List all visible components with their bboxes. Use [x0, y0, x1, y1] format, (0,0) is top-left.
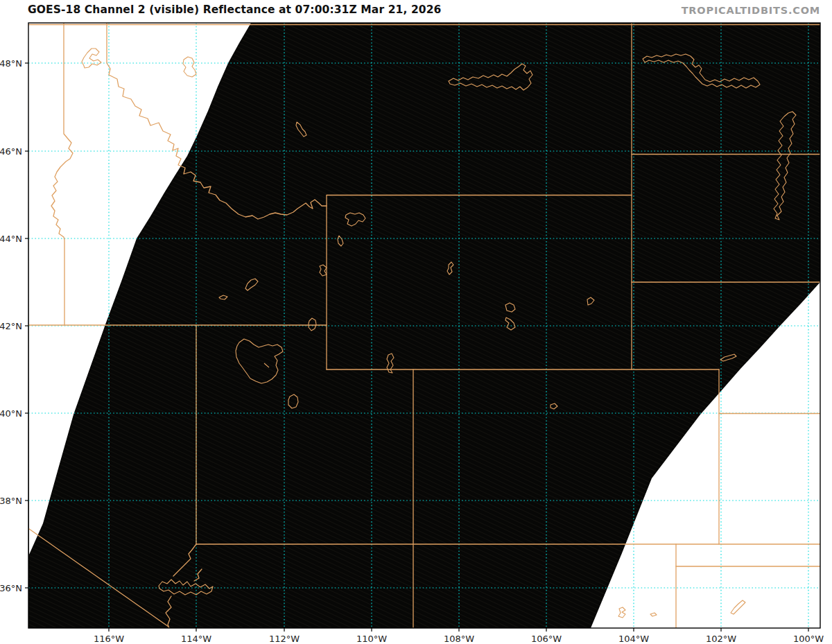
latitude-label: 38°N	[0, 496, 22, 506]
longitude-label: 100°W	[793, 634, 824, 644]
latitude-label: 44°N	[0, 234, 22, 244]
longitude-label: 104°W	[618, 634, 649, 644]
latitude-label: 42°N	[0, 321, 22, 331]
longitude-label: 116°W	[94, 634, 124, 644]
longitude-label: 112°W	[269, 634, 300, 644]
longitude-label: 102°W	[706, 634, 736, 644]
longitude-label: 106°W	[531, 634, 562, 644]
satellite-map-canvas: 116°W114°W112°W110°W108°W106°W104°W102°W…	[0, 0, 832, 644]
latitude-label: 40°N	[0, 408, 22, 419]
latitude-label: 48°N	[0, 58, 22, 69]
latitude-label: 36°N	[0, 583, 22, 593]
longitude-label: 114°W	[181, 634, 211, 644]
longitude-label: 110°W	[356, 634, 387, 644]
latitude-label: 46°N	[0, 146, 22, 157]
longitude-label: 108°W	[444, 634, 474, 644]
